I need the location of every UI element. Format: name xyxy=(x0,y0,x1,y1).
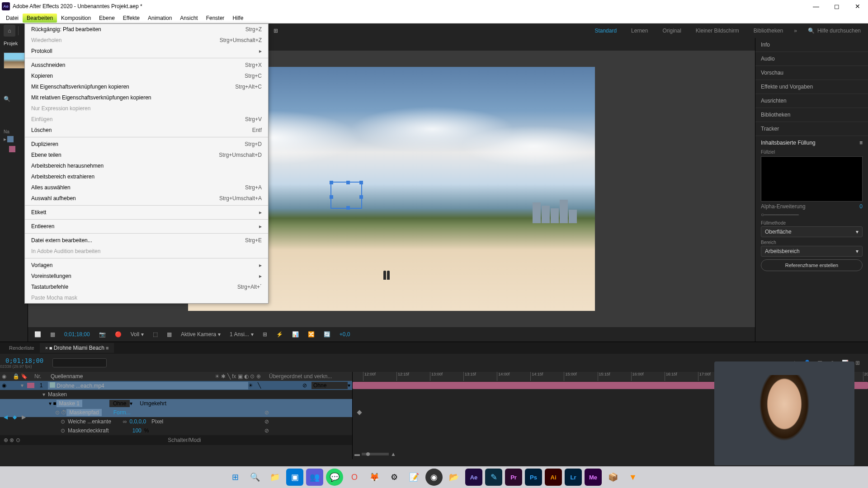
dd-duplicate[interactable]: DuplizierenStrg+D xyxy=(25,139,268,150)
dd-lift[interactable]: Arbeitsbereich herausnehmen xyxy=(25,160,268,171)
resolution-select[interactable]: Voll ▾ xyxy=(128,330,146,338)
flowchart-icon[interactable]: 🔀 xyxy=(305,330,317,338)
add-keyframe-icon[interactable]: ◆ xyxy=(13,414,20,421)
panel-tracker[interactable]: Tracker xyxy=(755,122,868,136)
exposure-value[interactable]: +0,0 xyxy=(337,330,353,338)
magnification-icon[interactable]: ⬜ xyxy=(32,330,44,338)
project-thumbnail[interactable] xyxy=(4,52,25,69)
switches-modes-label[interactable]: Schalter/Modi xyxy=(168,437,201,443)
project-item-row[interactable]: ▸ xyxy=(0,134,28,144)
opera-icon[interactable]: O xyxy=(346,469,363,486)
panel-ausrichten[interactable]: Ausrichten xyxy=(755,94,868,108)
menu-effekte[interactable]: Effekte xyxy=(119,14,144,23)
app-icon-3[interactable]: 📦 xyxy=(604,469,622,486)
dd-extract[interactable]: Arbeitsbereich extrahieren xyxy=(25,171,268,182)
mask-path-overlay[interactable] xyxy=(330,182,362,209)
tab-composition[interactable]: × ■ Drohne Miami Beach ≡ xyxy=(40,343,114,353)
mask-feather-row[interactable]: ⊙ Weiche ...enkante ∞ 0,0,0,0 Pixel ⊘ xyxy=(0,417,352,426)
dd-select-all[interactable]: Alles auswählenStrg+A xyxy=(25,182,268,193)
dd-edit-original[interactable]: Datei extern bearbeiten...Strg+E xyxy=(25,235,268,246)
menu-ebene[interactable]: Ebene xyxy=(95,14,119,23)
dd-copy-rel-links[interactable]: Mit relativen Eigenschaftsverknüpfungen … xyxy=(25,92,268,103)
menu-fenster[interactable]: Fenster xyxy=(202,14,229,23)
whatsapp-icon[interactable]: 💬 xyxy=(326,469,343,486)
zoom-slider[interactable] xyxy=(362,453,389,455)
workspace-kleiner[interactable]: Kleiner Bildschirm xyxy=(692,26,743,36)
dd-deselect[interactable]: Auswahl aufhebenStrg+Umschalt+A xyxy=(25,193,268,204)
app-icon-2[interactable]: ✎ xyxy=(485,469,502,486)
pixel-aspect-icon[interactable]: ⊞ xyxy=(260,330,270,338)
explorer-icon[interactable]: 📁 xyxy=(266,469,283,486)
snap-opt2-icon[interactable]: ⊞ xyxy=(270,25,282,37)
caf-menu-icon[interactable]: ≡ xyxy=(859,140,863,146)
dd-copy-links[interactable]: Mit Eigenschaftsverknüpfungen kopierenSt… xyxy=(25,81,268,92)
workspace-overflow-icon[interactable]: » xyxy=(794,28,797,34)
mask-1-row[interactable]: ▾ ■ Maske 1 Ohne▾ Umgekehrt xyxy=(0,399,352,408)
close-button[interactable]: ✕ xyxy=(847,0,868,13)
dd-templates[interactable]: Vorlagen xyxy=(25,260,268,271)
help-search[interactable]: 🔍 Hilfe durchsuchen xyxy=(804,26,864,36)
exposure-reset-icon[interactable]: 🔄 xyxy=(321,330,333,338)
app-icon-1[interactable]: ⚙ xyxy=(386,469,403,486)
timeline-icon[interactable]: 📊 xyxy=(289,330,302,338)
mask-opacity-row[interactable]: ⊙ Maskendeckkraft 100% ⊘ xyxy=(0,426,352,435)
dd-prefs[interactable]: Voreinstellungen xyxy=(25,271,268,282)
caf-alpha-value[interactable]: 0 xyxy=(859,203,863,210)
files-icon[interactable]: 📂 xyxy=(445,469,462,486)
maximize-button[interactable]: ◻ xyxy=(826,0,847,13)
menu-bearbeiten[interactable]: Bearbeiten xyxy=(23,14,57,23)
workspace-lernen[interactable]: Lernen xyxy=(627,26,651,36)
start-icon[interactable]: ⊞ xyxy=(226,469,244,486)
viewer-time[interactable]: 0;01;18;00 xyxy=(61,330,93,338)
dd-cut[interactable]: AusschneidenStrg+X xyxy=(25,60,268,70)
pr-icon[interactable]: Pr xyxy=(505,469,522,486)
fast-preview-icon[interactable]: ⚡ xyxy=(274,330,286,338)
caf-reference-button[interactable]: Referenzframe erstellen xyxy=(761,259,863,271)
mask-path-row[interactable]: ⊙ ⏱ Maskenpfad Form... ⊘ xyxy=(0,408,352,417)
project-search-icon[interactable]: 🔍 xyxy=(4,96,24,102)
dd-copy[interactable]: KopierenStrg+C xyxy=(25,70,268,81)
obs-icon[interactable]: ◉ xyxy=(425,469,443,486)
panel-bibliotheken[interactable]: Bibliotheken xyxy=(755,108,868,122)
toggle-switches-icon[interactable]: ⊕ ⊗ ⊙ xyxy=(4,437,20,443)
panel-info[interactable]: Info xyxy=(755,38,868,52)
menu-animation[interactable]: Animation xyxy=(144,14,176,23)
menu-datei[interactable]: Datei xyxy=(2,14,23,23)
roi-icon[interactable]: ⬚ xyxy=(150,330,160,338)
timeline-timecode[interactable]: 0;01;18;00 xyxy=(0,357,49,364)
dd-undo[interactable]: Rückgängig: Pfad bearbeitenStrg+Z xyxy=(25,24,268,35)
zoom-in-icon[interactable]: ▲ xyxy=(391,451,396,457)
prev-keyframe-icon[interactable]: ◀ xyxy=(4,414,11,421)
tab-renderliste[interactable]: Renderliste xyxy=(4,343,40,352)
lr-icon[interactable]: Lr xyxy=(565,469,582,486)
workspace-standard[interactable]: Standard xyxy=(591,26,620,36)
workspace-bibliotheken[interactable]: Bibliotheken xyxy=(750,26,787,36)
timeline-search[interactable] xyxy=(52,358,107,367)
next-keyframe-icon[interactable]: ▶ xyxy=(22,414,29,421)
layer-row-1[interactable]: ◉▾ 1 Drohne ...each.mp4 ☀ ╲ ⊘ Ohne▾ xyxy=(0,381,352,390)
zoom-out-icon[interactable]: ▬ xyxy=(354,451,360,457)
minimize-button[interactable]: — xyxy=(806,0,826,13)
menu-ansicht[interactable]: Ansicht xyxy=(176,14,202,23)
ai-icon[interactable]: Ai xyxy=(545,469,562,486)
caf-method-select[interactable]: Oberfläche▾ xyxy=(761,226,863,237)
ae-taskbar-icon[interactable]: Ae xyxy=(465,469,482,486)
dd-label[interactable]: Etikett xyxy=(25,207,268,218)
project-tab[interactable]: Projek xyxy=(0,38,28,49)
dd-purge[interactable]: Entleeren xyxy=(25,221,268,232)
grid-icon[interactable]: ▦ xyxy=(47,330,58,338)
views-select[interactable]: 1 Ansi... ▾ xyxy=(227,330,256,338)
dd-delete[interactable]: LöschenEntf xyxy=(25,125,268,136)
camera-select[interactable]: Aktive Kamera ▾ xyxy=(178,330,223,338)
workspace-original[interactable]: Original xyxy=(659,26,684,36)
menu-hilfe[interactable]: Hilfe xyxy=(228,14,247,23)
panel-audio[interactable]: Audio xyxy=(755,52,868,66)
dd-shortcuts[interactable]: TastaturbefehleStrg+Alt+´ xyxy=(25,282,268,292)
masks-group[interactable]: ▾ Masken xyxy=(0,390,352,399)
task-view-icon[interactable]: ▣ xyxy=(286,469,303,486)
menu-komposition[interactable]: Komposition xyxy=(57,14,95,23)
teams-icon[interactable]: 👥 xyxy=(306,469,323,486)
dd-split[interactable]: Ebene teilenStrg+Umschalt+D xyxy=(25,150,268,160)
home-icon[interactable]: ⌂ xyxy=(4,25,15,37)
ps-icon[interactable]: Ps xyxy=(525,469,542,486)
